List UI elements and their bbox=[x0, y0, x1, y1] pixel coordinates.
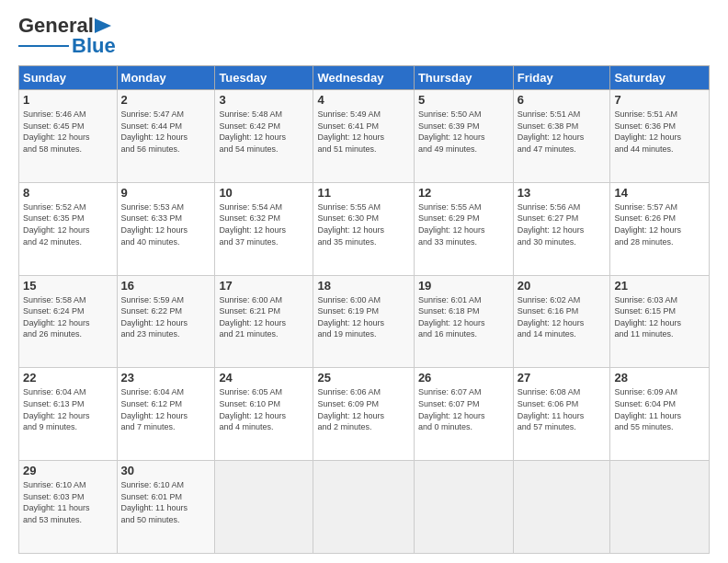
calendar-cell: 16Sunrise: 5:59 AM Sunset: 6:22 PM Dayli… bbox=[117, 275, 215, 368]
day-info: Sunrise: 5:49 AM Sunset: 6:41 PM Dayligh… bbox=[317, 109, 409, 155]
calendar-week-row: 15Sunrise: 5:58 AM Sunset: 6:24 PM Dayli… bbox=[19, 275, 710, 368]
logo-blue: Blue bbox=[72, 34, 116, 58]
calendar-cell: 3Sunrise: 5:48 AM Sunset: 6:42 PM Daylig… bbox=[215, 90, 313, 183]
day-info: Sunrise: 6:00 AM Sunset: 6:19 PM Dayligh… bbox=[317, 294, 409, 340]
day-info: Sunrise: 5:52 AM Sunset: 6:35 PM Dayligh… bbox=[23, 201, 113, 247]
day-info: Sunrise: 6:04 AM Sunset: 6:13 PM Dayligh… bbox=[23, 386, 113, 432]
logo-arrow-icon bbox=[95, 18, 111, 33]
calendar-cell: 30Sunrise: 6:10 AM Sunset: 6:01 PM Dayli… bbox=[117, 461, 215, 554]
day-number: 14 bbox=[614, 186, 705, 200]
weekday-header: Monday bbox=[117, 66, 215, 90]
calendar-cell: 24Sunrise: 6:05 AM Sunset: 6:10 PM Dayli… bbox=[215, 368, 313, 461]
day-info: Sunrise: 5:55 AM Sunset: 6:30 PM Dayligh… bbox=[317, 201, 409, 247]
calendar-cell bbox=[513, 461, 610, 554]
calendar-cell: 25Sunrise: 6:06 AM Sunset: 6:09 PM Dayli… bbox=[313, 368, 414, 461]
day-info: Sunrise: 5:50 AM Sunset: 6:39 PM Dayligh… bbox=[418, 109, 509, 155]
calendar-week-row: 8Sunrise: 5:52 AM Sunset: 6:35 PM Daylig… bbox=[19, 182, 710, 275]
calendar-cell: 4Sunrise: 5:49 AM Sunset: 6:41 PM Daylig… bbox=[313, 90, 414, 183]
calendar-cell bbox=[313, 461, 414, 554]
weekday-header: Wednesday bbox=[313, 66, 414, 90]
calendar-cell: 23Sunrise: 6:04 AM Sunset: 6:12 PM Dayli… bbox=[117, 368, 215, 461]
weekday-header: Sunday bbox=[19, 66, 118, 90]
day-number: 6 bbox=[518, 93, 607, 107]
calendar-cell bbox=[215, 461, 313, 554]
day-number: 29 bbox=[23, 464, 113, 477]
day-number: 3 bbox=[219, 93, 309, 107]
day-info: Sunrise: 5:58 AM Sunset: 6:24 PM Dayligh… bbox=[23, 294, 113, 340]
calendar-cell: 19Sunrise: 6:01 AM Sunset: 6:18 PM Dayli… bbox=[414, 275, 513, 368]
day-number: 10 bbox=[219, 186, 309, 200]
weekday-header: Friday bbox=[513, 66, 610, 90]
day-info: Sunrise: 5:48 AM Sunset: 6:42 PM Dayligh… bbox=[219, 109, 309, 155]
calendar-cell: 6Sunrise: 5:51 AM Sunset: 6:38 PM Daylig… bbox=[513, 90, 610, 183]
day-info: Sunrise: 5:55 AM Sunset: 6:29 PM Dayligh… bbox=[418, 201, 509, 247]
day-info: Sunrise: 5:51 AM Sunset: 6:38 PM Dayligh… bbox=[518, 109, 607, 155]
day-number: 28 bbox=[614, 371, 705, 385]
day-number: 4 bbox=[317, 93, 409, 107]
day-info: Sunrise: 5:57 AM Sunset: 6:26 PM Dayligh… bbox=[614, 201, 705, 247]
calendar-cell: 28Sunrise: 6:09 AM Sunset: 6:04 PM Dayli… bbox=[610, 368, 710, 461]
calendar-cell: 17Sunrise: 6:00 AM Sunset: 6:21 PM Dayli… bbox=[215, 275, 313, 368]
calendar-cell: 20Sunrise: 6:02 AM Sunset: 6:16 PM Dayli… bbox=[513, 275, 610, 368]
calendar-cell: 27Sunrise: 6:08 AM Sunset: 6:06 PM Dayli… bbox=[513, 368, 610, 461]
day-number: 7 bbox=[614, 93, 705, 107]
calendar-cell: 9Sunrise: 5:53 AM Sunset: 6:33 PM Daylig… bbox=[117, 182, 215, 275]
day-info: Sunrise: 5:59 AM Sunset: 6:22 PM Dayligh… bbox=[121, 294, 211, 340]
calendar-week-row: 1Sunrise: 5:46 AM Sunset: 6:45 PM Daylig… bbox=[19, 90, 710, 183]
calendar-cell: 2Sunrise: 5:47 AM Sunset: 6:44 PM Daylig… bbox=[117, 90, 215, 183]
calendar-cell: 1Sunrise: 5:46 AM Sunset: 6:45 PM Daylig… bbox=[19, 90, 118, 183]
calendar-week-row: 22Sunrise: 6:04 AM Sunset: 6:13 PM Dayli… bbox=[19, 368, 710, 461]
calendar-cell: 22Sunrise: 6:04 AM Sunset: 6:13 PM Dayli… bbox=[19, 368, 118, 461]
day-number: 25 bbox=[317, 371, 409, 385]
calendar-cell: 12Sunrise: 5:55 AM Sunset: 6:29 PM Dayli… bbox=[414, 182, 513, 275]
day-info: Sunrise: 6:07 AM Sunset: 6:07 PM Dayligh… bbox=[418, 386, 509, 432]
day-number: 2 bbox=[121, 93, 211, 107]
calendar-cell: 26Sunrise: 6:07 AM Sunset: 6:07 PM Dayli… bbox=[414, 368, 513, 461]
calendar-table: SundayMondayTuesdayWednesdayThursdayFrid… bbox=[18, 65, 710, 554]
day-info: Sunrise: 6:10 AM Sunset: 6:01 PM Dayligh… bbox=[121, 479, 211, 525]
weekday-header: Saturday bbox=[610, 66, 710, 90]
day-info: Sunrise: 6:08 AM Sunset: 6:06 PM Dayligh… bbox=[518, 386, 607, 432]
weekday-header: Thursday bbox=[414, 66, 513, 90]
day-info: Sunrise: 6:00 AM Sunset: 6:21 PM Dayligh… bbox=[219, 294, 309, 340]
day-number: 24 bbox=[219, 371, 309, 385]
day-info: Sunrise: 6:01 AM Sunset: 6:18 PM Dayligh… bbox=[418, 294, 509, 340]
calendar-cell: 13Sunrise: 5:56 AM Sunset: 6:27 PM Dayli… bbox=[513, 182, 610, 275]
day-number: 23 bbox=[121, 371, 211, 385]
day-number: 5 bbox=[418, 93, 509, 107]
day-number: 13 bbox=[518, 186, 607, 200]
day-number: 12 bbox=[418, 186, 509, 200]
calendar-cell: 8Sunrise: 5:52 AM Sunset: 6:35 PM Daylig… bbox=[19, 182, 118, 275]
calendar-cell bbox=[610, 461, 710, 554]
day-info: Sunrise: 6:09 AM Sunset: 6:04 PM Dayligh… bbox=[614, 386, 705, 432]
page: General Blue SundayMondayTuesdayWednesda… bbox=[0, 0, 728, 563]
day-number: 30 bbox=[121, 464, 211, 477]
day-number: 21 bbox=[614, 279, 705, 293]
calendar-cell bbox=[414, 461, 513, 554]
calendar: SundayMondayTuesdayWednesdayThursdayFrid… bbox=[18, 65, 710, 554]
calendar-cell: 15Sunrise: 5:58 AM Sunset: 6:24 PM Dayli… bbox=[19, 275, 118, 368]
calendar-cell: 21Sunrise: 6:03 AM Sunset: 6:15 PM Dayli… bbox=[610, 275, 710, 368]
calendar-header: SundayMondayTuesdayWednesdayThursdayFrid… bbox=[19, 66, 710, 90]
day-number: 22 bbox=[23, 371, 113, 385]
calendar-cell: 11Sunrise: 5:55 AM Sunset: 6:30 PM Dayli… bbox=[313, 182, 414, 275]
day-number: 15 bbox=[23, 279, 113, 293]
day-info: Sunrise: 6:05 AM Sunset: 6:10 PM Dayligh… bbox=[219, 386, 309, 432]
day-number: 20 bbox=[518, 279, 607, 293]
header: General Blue bbox=[18, 14, 710, 58]
logo-underline bbox=[18, 45, 69, 48]
calendar-cell: 18Sunrise: 6:00 AM Sunset: 6:19 PM Dayli… bbox=[313, 275, 414, 368]
svg-marker-0 bbox=[95, 18, 111, 33]
day-info: Sunrise: 6:04 AM Sunset: 6:12 PM Dayligh… bbox=[121, 386, 211, 432]
calendar-cell: 7Sunrise: 5:51 AM Sunset: 6:36 PM Daylig… bbox=[610, 90, 710, 183]
day-number: 26 bbox=[418, 371, 509, 385]
day-number: 9 bbox=[121, 186, 211, 200]
calendar-week-row: 29Sunrise: 6:10 AM Sunset: 6:03 PM Dayli… bbox=[19, 461, 710, 554]
calendar-cell: 5Sunrise: 5:50 AM Sunset: 6:39 PM Daylig… bbox=[414, 90, 513, 183]
day-number: 19 bbox=[418, 279, 509, 293]
day-info: Sunrise: 6:02 AM Sunset: 6:16 PM Dayligh… bbox=[518, 294, 607, 340]
day-number: 16 bbox=[121, 279, 211, 293]
day-info: Sunrise: 6:06 AM Sunset: 6:09 PM Dayligh… bbox=[317, 386, 409, 432]
day-info: Sunrise: 5:56 AM Sunset: 6:27 PM Dayligh… bbox=[518, 201, 607, 247]
day-info: Sunrise: 6:10 AM Sunset: 6:03 PM Dayligh… bbox=[23, 479, 113, 525]
